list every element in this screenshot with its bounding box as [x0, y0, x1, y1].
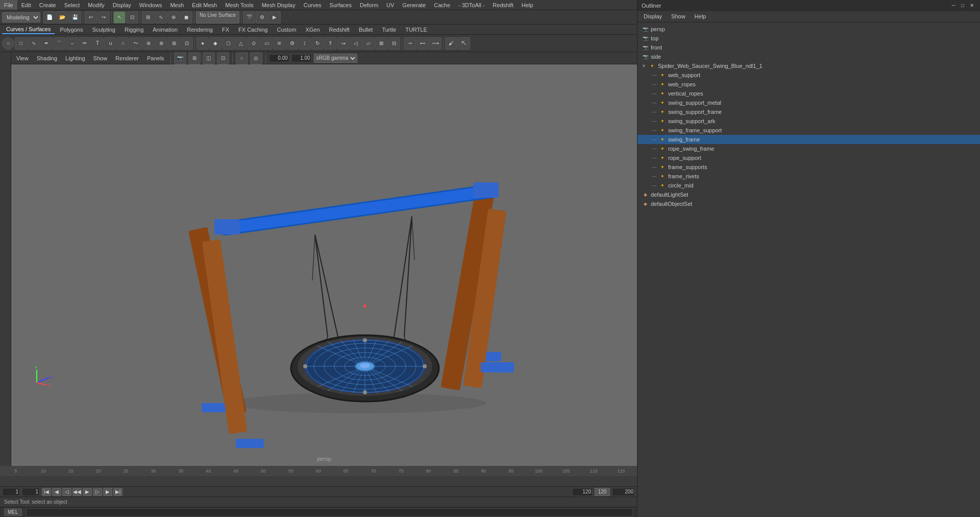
tab-bullet[interactable]: Bullet — [355, 25, 377, 34]
arc-icon-btn[interactable]: ⌒ — [53, 37, 65, 50]
circle-icon-btn[interactable]: ○ — [2, 37, 14, 50]
gear-btn[interactable]: ⚙ — [286, 37, 298, 50]
outliner-item-vertical-ropes[interactable]: — ✦ vertical_ropes — [638, 89, 980, 98]
menu-create[interactable]: Create — [35, 0, 60, 10]
edit1-btn[interactable]: ⊸ — [404, 37, 416, 50]
shading-menu-item[interactable]: Shading — [34, 55, 60, 62]
view-icon5[interactable]: ○ — [236, 52, 248, 64]
menu-windows[interactable]: Windows — [135, 0, 166, 10]
tab-turtle-lower[interactable]: Turtle — [378, 25, 400, 34]
outliner-maximize-btn[interactable]: □ — [959, 2, 967, 9]
menu-surfaces[interactable]: Surfaces — [326, 0, 356, 10]
outliner-item-swing-support-metal[interactable]: — ✦ swing_support_metal — [638, 98, 980, 107]
outliner-item-top[interactable]: 📷 top — [638, 34, 980, 43]
menu-cache[interactable]: Cache — [430, 0, 454, 10]
tab-turtle-upper[interactable]: TURTLE — [401, 25, 431, 34]
mel-input[interactable] — [26, 508, 633, 516]
renderer-menu-item[interactable]: Renderer — [112, 55, 142, 62]
tab-curves-surfaces[interactable]: Curves / Surfaces — [2, 25, 55, 34]
bezier-icon-btn[interactable]: ⌣ — [66, 37, 78, 50]
total-frames-input[interactable]: 200 — [612, 488, 635, 496]
outliner-item-front[interactable]: 📷 front — [638, 43, 980, 52]
undo-btn[interactable]: ↩ — [85, 11, 97, 24]
tab-rendering[interactable]: Rendering — [183, 25, 217, 34]
menu-mesh-tools[interactable]: Mesh Tools — [221, 0, 257, 10]
viewport[interactable]: Z Y X persp — [11, 64, 637, 466]
menu-generate[interactable]: Generate — [398, 0, 430, 10]
tab-redshift[interactable]: Redshift — [325, 25, 354, 34]
next-frame-btn[interactable]: ▶ — [103, 488, 112, 496]
outliner-help-menu[interactable]: Help — [691, 12, 710, 20]
sculpt-btn[interactable]: ⛏ — [458, 37, 470, 50]
mod1-btn[interactable]: ⊞ — [168, 37, 180, 50]
pen-icon-btn[interactable]: ✒ — [40, 37, 53, 50]
outliner-close-btn[interactable]: ✕ — [968, 2, 976, 9]
current-frame-input[interactable]: 1 — [22, 488, 40, 496]
menu-modify[interactable]: Modify — [84, 0, 108, 10]
curve3-icon-btn[interactable]: ∩ — [117, 37, 129, 50]
save-btn[interactable]: 💾 — [69, 11, 81, 24]
sphere-btn[interactable]: ● — [197, 37, 209, 50]
mesh-curve-btn[interactable]: ⊛ — [142, 37, 155, 50]
outliner-item-default-object-set[interactable]: ◈ defaultObjectSet — [638, 199, 980, 208]
view-icon3[interactable]: ◫ — [203, 52, 215, 64]
outliner-minimize-btn[interactable]: ─ — [949, 2, 958, 9]
show-menu-item[interactable]: Show — [90, 55, 111, 62]
snap-point-btn[interactable]: ⊕ — [167, 11, 180, 24]
tab-polygons[interactable]: Polygons — [56, 25, 87, 34]
view-menu-item[interactable]: View — [13, 55, 32, 62]
bevel-btn[interactable]: ◁ — [350, 37, 362, 50]
lighting-menu-item[interactable]: Lighting — [62, 55, 88, 62]
bound-btn[interactable]: ⊟ — [388, 37, 400, 50]
loft-btn[interactable]: ⟟ — [299, 37, 311, 50]
menu-edit[interactable]: Edit — [17, 0, 35, 10]
go-start-btn[interactable]: |◀ — [42, 488, 51, 496]
outliner-show-menu[interactable]: Show — [667, 12, 690, 20]
cube-btn[interactable]: ◆ — [209, 37, 222, 50]
square-icon-btn[interactable]: □ — [15, 37, 27, 50]
open-btn[interactable]: 📂 — [56, 11, 68, 24]
menu-deform[interactable]: Deform — [356, 0, 382, 10]
view-icon1[interactable]: 📷 — [174, 52, 186, 64]
menu-edit-mesh[interactable]: Edit Mesh — [188, 0, 221, 10]
curve2-icon-btn[interactable]: ∪ — [104, 37, 116, 50]
menu-help[interactable]: Help — [518, 0, 537, 10]
outliner-item-default-light-set[interactable]: ◈ defaultLightSet — [638, 190, 980, 199]
gamma-select[interactable]: sRGB gamma — [314, 54, 357, 63]
type-tool-btn[interactable]: T — [91, 37, 104, 50]
menu-mesh[interactable]: Mesh — [166, 0, 188, 10]
outliner-item-frame-supports[interactable]: — ✦ frame_supports — [638, 162, 980, 172]
redo-btn[interactable]: ↪ — [97, 11, 110, 24]
outliner-item-circle-mid[interactable]: — ✦ circle_mid — [638, 181, 980, 190]
extrude-btn[interactable]: ⇑ — [324, 37, 336, 50]
snap-surface-btn[interactable]: ◼ — [180, 11, 192, 24]
outliner-item-side[interactable]: 📷 side — [638, 52, 980, 61]
ep-curve-btn[interactable]: ⊗ — [155, 37, 167, 50]
mode-dropdown[interactable]: Modeling — [2, 12, 40, 22]
outliner-item-rope-support[interactable]: — ✦ rope_support — [638, 153, 980, 162]
menu-redshift[interactable]: Redshift — [488, 0, 517, 10]
tab-fx[interactable]: FX — [218, 25, 233, 34]
mod2-btn[interactable]: ⊡ — [181, 37, 193, 50]
outliner-display-menu[interactable]: Display — [640, 12, 666, 20]
planar-btn[interactable]: ▱ — [362, 37, 375, 50]
tab-animation[interactable]: Animation — [149, 25, 182, 34]
menu-uv[interactable]: UV — [382, 0, 398, 10]
view-icon2[interactable]: ⊞ — [188, 52, 201, 64]
field-value1[interactable]: 0.00 — [269, 54, 289, 62]
freehand-btn[interactable]: 〜 — [130, 37, 142, 50]
tab-custom[interactable]: Custom — [273, 25, 301, 34]
menu-3dtoall[interactable]: - 3DToAll - — [454, 0, 488, 10]
edit3-btn[interactable]: ⟿ — [429, 37, 442, 50]
tab-rigging[interactable]: Rigging — [120, 25, 148, 34]
lasso-btn[interactable]: ⊡ — [126, 11, 138, 24]
edit2-btn[interactable]: ⊷ — [416, 37, 429, 50]
view-icon6[interactable]: ◎ — [250, 52, 262, 64]
cylinder-btn[interactable]: ⬡ — [222, 37, 234, 50]
outliner-item-persp[interactable]: 📷 persp — [638, 25, 980, 34]
outliner-item-swing-support-ark[interactable]: — ✦ swing_support_ark — [638, 116, 980, 126]
menu-display[interactable]: Display — [109, 0, 135, 10]
nurbs-btn[interactable]: ≋ — [273, 37, 285, 50]
cone-btn[interactable]: △ — [235, 37, 247, 50]
ipr-btn[interactable]: ▶ — [268, 11, 281, 24]
